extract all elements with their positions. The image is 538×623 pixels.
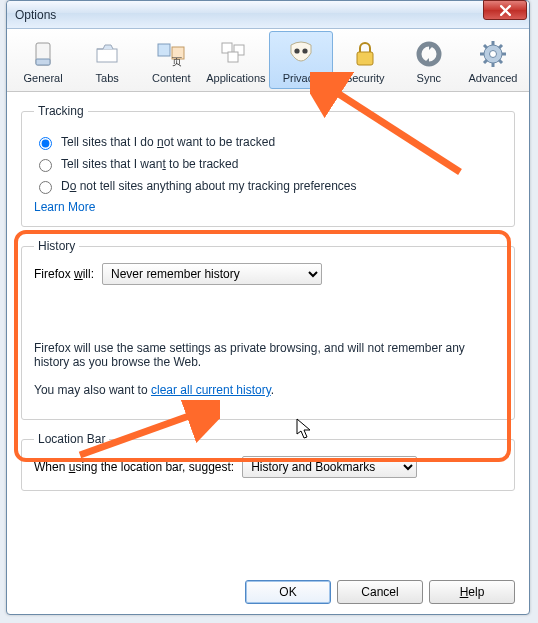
tracking-opt-track[interactable]: Tell sites that I want to be tracked	[34, 156, 502, 172]
location-bar-legend: Location Bar	[34, 432, 109, 446]
content-area: Tracking Tell sites that I do not want t…	[7, 92, 529, 617]
svg-point-9	[294, 48, 299, 53]
svg-rect-11	[357, 52, 373, 65]
tab-privacy[interactable]: Privacy	[269, 31, 333, 89]
history-mode-label: Firefox will:	[34, 267, 94, 281]
tracking-legend: Tracking	[34, 104, 88, 118]
tracking-group: Tracking Tell sites that I do not want t…	[21, 104, 515, 227]
location-bar-group: Location Bar When using the location bar…	[21, 432, 515, 491]
tab-security-label: Security	[345, 72, 385, 84]
cancel-button[interactable]: Cancel	[337, 580, 423, 604]
svg-line-21	[499, 45, 502, 48]
lock-icon	[353, 39, 377, 69]
tab-advanced[interactable]: Advanced	[461, 31, 525, 89]
history-legend: History	[34, 239, 79, 253]
history-description: Firefox will use the same settings as pr…	[34, 341, 502, 369]
title-bar: Options	[7, 1, 529, 29]
close-icon	[500, 5, 511, 16]
svg-line-22	[484, 60, 487, 63]
privacy-mask-icon	[287, 39, 315, 69]
tab-sync[interactable]: Sync	[397, 31, 461, 89]
history-group: History Firefox will: Remember historyNe…	[21, 239, 515, 420]
tracking-opt-none-label: Do not tell sites anything about my trac…	[61, 179, 357, 193]
location-bar-label: When using the location bar, suggest:	[34, 460, 234, 474]
svg-rect-2	[97, 49, 117, 62]
svg-rect-1	[36, 59, 50, 65]
svg-text:页: 页	[172, 56, 182, 67]
tracking-opt-none[interactable]: Do not tell sites anything about my trac…	[34, 178, 502, 194]
tab-applications-label: Applications	[206, 72, 265, 84]
tab-advanced-label: Advanced	[468, 72, 517, 84]
close-button[interactable]	[483, 0, 527, 20]
tab-tabs[interactable]: Tabs	[75, 31, 139, 89]
help-button[interactable]: Help	[429, 580, 515, 604]
svg-point-14	[489, 51, 496, 58]
content-icon: 页	[155, 40, 187, 68]
svg-line-20	[499, 60, 502, 63]
svg-rect-3	[158, 44, 170, 56]
history-clear-text: You may also want to clear all current h…	[34, 383, 502, 397]
tracking-opt-dnt-label: Tell sites that I do not want to be trac…	[61, 135, 275, 149]
tab-privacy-label: Privacy	[283, 72, 319, 84]
tracking-opt-track-radio[interactable]	[39, 159, 52, 172]
tab-applications[interactable]: Applications	[203, 31, 268, 89]
dialog-buttons: OK Cancel Help	[245, 580, 515, 604]
location-bar-select[interactable]: History and BookmarksHistoryBookmarksNot…	[242, 456, 417, 478]
tracking-opt-dnt[interactable]: Tell sites that I do not want to be trac…	[34, 134, 502, 150]
tab-general-label: General	[23, 72, 62, 84]
svg-line-19	[484, 45, 487, 48]
sync-icon	[415, 40, 443, 68]
tab-general[interactable]: General	[11, 31, 75, 89]
options-window: Options General Tabs 页 Content Applicati…	[6, 0, 530, 615]
tab-content-label: Content	[152, 72, 191, 84]
history-mode-select[interactable]: Remember historyNever remember historyUs…	[102, 263, 322, 285]
tab-tabs-label: Tabs	[96, 72, 119, 84]
tracking-opt-none-radio[interactable]	[39, 181, 52, 194]
tab-security[interactable]: Security	[333, 31, 397, 89]
tab-content[interactable]: 页 Content	[139, 31, 203, 89]
applications-icon	[219, 40, 253, 68]
gear-icon	[478, 39, 508, 69]
ok-button[interactable]: OK	[245, 580, 331, 604]
svg-rect-8	[228, 52, 238, 62]
tracking-opt-track-label: Tell sites that I want to be tracked	[61, 157, 238, 171]
tabs-icon	[92, 41, 122, 67]
svg-point-10	[302, 48, 307, 53]
general-icon	[30, 39, 56, 69]
tracking-learn-more-link[interactable]: Learn More	[34, 200, 95, 214]
tracking-opt-dnt-radio[interactable]	[39, 137, 52, 150]
window-title: Options	[15, 8, 56, 22]
clear-history-link[interactable]: clear all current history	[151, 383, 271, 397]
category-toolbar: General Tabs 页 Content Applications Priv…	[7, 29, 529, 92]
tab-sync-label: Sync	[417, 72, 441, 84]
